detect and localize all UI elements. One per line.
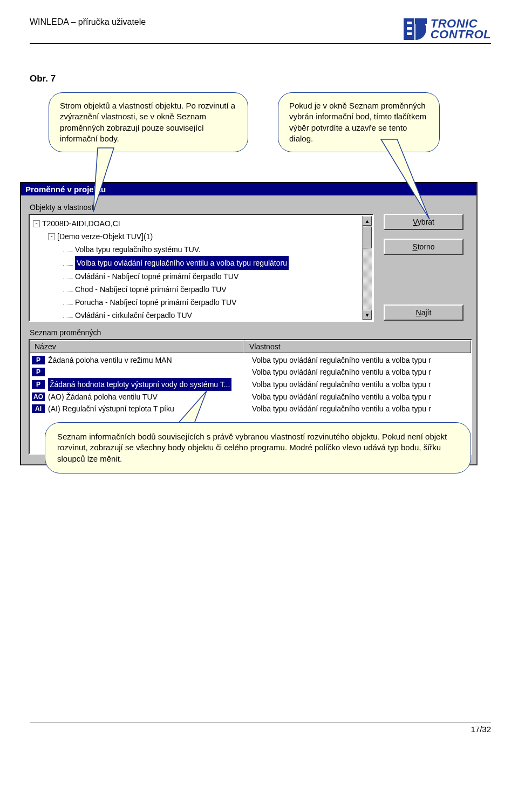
svg-marker-6 (93, 148, 114, 212)
logo: TRONIC CONTROL (403, 16, 491, 43)
tree-item[interactable]: -[Demo verze-Objekt TUV](1) (33, 230, 360, 243)
logo-text-2: CONTROL (431, 29, 491, 40)
list-item[interactable]: PŽádaná poloha ventilu v režimu MANVolba… (30, 354, 471, 366)
tree-item-label: Ovládání - cirkulační čerpadlo TUV (75, 309, 192, 320)
scroll-down-icon[interactable]: ▼ (363, 310, 372, 320)
callout-list: Seznam informačních bodů souvisejících s… (45, 422, 471, 473)
doc-title: WINLEDA – příručka uživatele (30, 16, 146, 27)
row-name: (AO) Žádaná poloha ventilu TUV (48, 393, 158, 401)
tree-item[interactable]: Porucha - Nabíjecí topné primární čerpad… (33, 296, 360, 309)
row-prop: Volba typu ovládání regulačního ventilu … (248, 391, 471, 403)
list-item[interactable]: AO(AO) Žádaná poloha ventilu TUVVolba ty… (30, 391, 471, 403)
scroll-thumb[interactable] (363, 227, 372, 248)
cancel-button[interactable]: Storno (384, 239, 464, 255)
collapse-icon[interactable]: - (33, 220, 40, 227)
tree-item-label: Porucha - Nabíjecí topné primární čerpad… (75, 296, 236, 309)
object-tree[interactable]: -T2008D-AIDI,DOAO,CI-[Demo verze-Objekt … (29, 214, 374, 322)
svg-rect-4 (407, 27, 412, 30)
tree-item-label: T2008D-AIDI,DOAO,CI (42, 217, 120, 230)
row-name: Žádaná hodnota teploty výstupní vody do … (48, 378, 231, 391)
row-prop: Volba typu ovládání regulačního ventilu … (248, 403, 471, 415)
callout-tree: Strom objektů a vlastností objektu. Po r… (49, 92, 248, 152)
list-item[interactable]: PŽádaná hodnota teploty výstupní vody do… (30, 378, 471, 391)
figure-label: Obr. 7 (30, 73, 491, 84)
page-number: 17/32 (471, 725, 491, 734)
svg-rect-2 (415, 18, 427, 24)
callout-pointer-icon (92, 148, 157, 213)
row-prop: Volba typu ovládání regulačního ventilu … (248, 354, 471, 366)
tree-item-label: [Demo verze-Objekt TUV](1) (57, 230, 153, 243)
row-prop: Volba typu ovládání regulačního ventilu … (248, 378, 471, 390)
tree-item[interactable]: Volba typu ovládání regulačního ventilu … (33, 256, 360, 270)
type-badge: P (32, 356, 45, 364)
type-badge: P (32, 368, 45, 376)
callout-pointer-icon (381, 139, 446, 220)
row-prop: Volba typu ovládání regulačního ventilu … (248, 366, 471, 378)
type-badge: AI (32, 404, 45, 413)
svg-rect-3 (407, 22, 412, 24)
scroll-up-icon[interactable]: ▲ (363, 216, 372, 226)
tree-scrollbar[interactable]: ▲ ▼ (362, 216, 372, 320)
list-section-label: Seznam proměnných (30, 328, 469, 337)
list-header[interactable]: Název Vlastnost (30, 340, 471, 353)
row-name: Žádaná poloha ventilu v režimu MAN (48, 356, 172, 364)
find-button[interactable]: Najít (384, 304, 464, 321)
tree-item[interactable]: -T2008D-AIDI,DOAO,CI (33, 217, 360, 230)
column-name[interactable]: Název (30, 340, 244, 353)
tree-item-label: Volba typu ovládání regulačního ventilu … (75, 256, 289, 270)
tree-item[interactable]: Ovládání - Nabíjecí topné primární čerpa… (33, 270, 360, 283)
column-prop[interactable]: Vlastnost (244, 340, 471, 353)
page-footer: 17/32 (30, 722, 491, 734)
tree-item-label: Ovládání - Nabíjecí topné primární čerpa… (75, 270, 238, 283)
page-header: WINLEDA – příručka uživatele TRONIC CONT… (30, 16, 491, 44)
type-badge: P (32, 380, 45, 389)
tree-item[interactable]: Ovládání - cirkulační čerpadlo TUV (33, 309, 360, 320)
tree-item-label: Volba typu regulačního systému TUV. (75, 243, 201, 256)
svg-marker-7 (381, 139, 430, 219)
tronic-logo-icon (403, 16, 428, 42)
callout-select-button: Pokud je v okně Seznam proměnných vybrán… (278, 92, 440, 152)
collapse-icon[interactable]: - (48, 233, 55, 240)
tree-item[interactable]: Chod - Nabíjecí topné primární čerpadlo … (33, 283, 360, 296)
list-item[interactable]: PVolba typu ovládání regulačního ventilu… (30, 366, 471, 378)
row-name: (AI) Regulační výstupní teplota T píku (48, 404, 174, 413)
svg-rect-5 (407, 32, 412, 35)
list-item[interactable]: AI(AI) Regulační výstupní teplota T píku… (30, 403, 471, 415)
tree-item-label: Chod - Nabíjecí topné primární čerpadlo … (75, 283, 227, 296)
tree-item[interactable]: Volba typu regulačního systému TUV. (33, 243, 360, 256)
type-badge: AO (32, 393, 45, 401)
